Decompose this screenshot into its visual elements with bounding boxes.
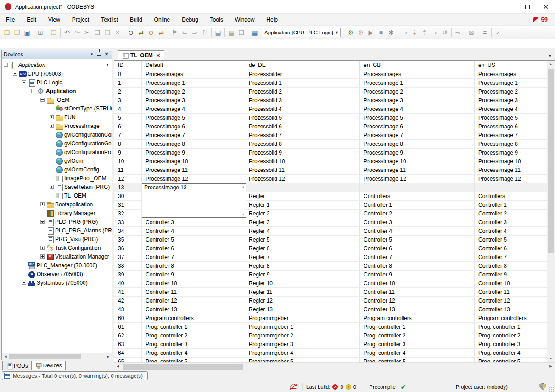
cell[interactable]: 41 <box>114 288 142 296</box>
toggle-breakpoint-button[interactable]: ✱ <box>386 28 396 38</box>
cell[interactable]: Regler 6 <box>245 244 360 253</box>
column-header-en_gb[interactable]: en_GB <box>360 61 475 70</box>
table-row[interactable]: 7Processimage 7Prozessbild 7Processimage… <box>114 131 547 140</box>
cell[interactable]: Controller 2 <box>475 210 547 218</box>
tree-item-task-configuration[interactable]: Task Configuration <box>2 243 112 252</box>
tree-item-gvlconfigurationprod[interactable]: gvlConfigurationProd <box>2 148 112 156</box>
cell[interactable]: Processimage 10 <box>475 157 547 166</box>
cell[interactable]: Prozessbild 1 <box>245 79 360 87</box>
cell[interactable]: Prozessbild 5 <box>245 114 360 122</box>
plus-expander-icon[interactable] <box>22 281 26 285</box>
cell[interactable]: Prog. controller 5 <box>475 358 547 362</box>
cell[interactable]: Controller 4 <box>475 227 547 235</box>
tree-item-gvloem[interactable]: gvlOem <box>2 156 112 165</box>
cell[interactable]: Controller 12 <box>360 297 475 305</box>
cell[interactable] <box>475 183 547 192</box>
cell[interactable]: 3 <box>114 96 142 105</box>
table-row[interactable]: 2Processimage 2Prozessbild 2Processimage… <box>114 88 547 96</box>
cell[interactable]: 31 <box>114 201 142 209</box>
table-row[interactable]: 43Controller 13Regler 13Controller 13Con… <box>114 305 547 314</box>
set-next-statement-button[interactable]: ⇨ <box>453 28 463 38</box>
cell[interactable]: Prozessbild 3 <box>245 96 360 105</box>
editor-horizontal-scrollbar[interactable]: ◀ ▶ <box>114 362 555 370</box>
minus-expander-icon[interactable] <box>4 63 8 67</box>
plus-expander-icon[interactable] <box>40 220 45 224</box>
cell[interactable]: Processimage 1 <box>142 79 245 87</box>
menu-textlist[interactable]: Textlist <box>95 15 124 25</box>
table-row[interactable]: 11Processimage 11Prozessbild 11Processim… <box>114 166 547 175</box>
replace-in-project-button[interactable]: ⇄ <box>156 28 166 38</box>
cell[interactable]: Regler 9 <box>245 271 360 279</box>
cell[interactable]: Controller 4 <box>360 227 475 235</box>
cell[interactable]: Processimage 11 <box>360 166 475 174</box>
table-row[interactable]: 64Prog. controller 4Programmgeber 4Prog.… <box>114 349 547 358</box>
cell[interactable]: Processimage 10 <box>142 157 245 166</box>
cell[interactable]: Processimages <box>360 70 475 78</box>
scroll-up-icon[interactable]: ▲ <box>547 61 555 68</box>
step-out-button[interactable]: ⇡ <box>420 28 430 38</box>
watch-list-button[interactable]: ≡ <box>480 28 490 38</box>
cell[interactable]: 65 <box>114 358 142 362</box>
table-row[interactable]: 10Processimage 10Prozessbild 10Processim… <box>114 157 547 166</box>
cell[interactable]: Prozessbilder <box>245 70 360 78</box>
cell[interactable]: 6 <box>114 122 142 131</box>
tree-item-fun[interactable]: FUN <box>2 113 112 121</box>
cell[interactable]: 34 <box>114 227 142 235</box>
root-node-dropdown[interactable]: ▼ <box>104 61 111 68</box>
edit-object-button[interactable]: ▤ <box>213 28 223 38</box>
cell[interactable]: Processimage 3 <box>475 96 547 105</box>
cell[interactable]: Prozessbild 8 <box>245 140 360 148</box>
scroll-right-icon[interactable]: ▶ <box>105 353 112 360</box>
plus-expander-icon[interactable] <box>50 115 54 119</box>
cell[interactable]: Regler 11 <box>245 288 360 296</box>
cell[interactable]: Regler 13 <box>245 305 360 314</box>
cell[interactable]: 63 <box>114 340 142 348</box>
cell[interactable]: Processimage 9 <box>360 149 475 157</box>
plus-expander-icon[interactable] <box>40 202 45 206</box>
cell[interactable]: Processimage 9 <box>475 149 547 157</box>
build-button[interactable]: ▦ <box>250 28 260 38</box>
cell[interactable]: Controller 10 <box>360 279 475 287</box>
cell[interactable]: 8 <box>114 140 142 148</box>
pending-changes-indicator[interactable]: 59 <box>533 16 555 23</box>
table-row[interactable]: 5Processimage 5Prozessbild 5Processimage… <box>114 114 547 122</box>
cell[interactable]: Processimage 7 <box>142 131 245 139</box>
next-bookmark-button[interactable]: ⇛ <box>190 28 200 38</box>
cell[interactable]: Controller 6 <box>142 244 245 253</box>
cell[interactable]: Controllers <box>475 192 547 200</box>
cell[interactable]: Processimage 2 <box>142 88 245 96</box>
cell[interactable]: Processimages <box>475 70 547 78</box>
cell[interactable]: Program controllers <box>142 314 245 322</box>
cell[interactable]: 1 <box>114 79 142 87</box>
clear-bookmarks-button[interactable]: ⚐ <box>200 28 210 38</box>
cell[interactable]: Processimage 12 <box>475 175 547 183</box>
cell[interactable]: Regler 12 <box>245 297 360 305</box>
minus-expander-icon[interactable] <box>40 98 45 102</box>
column-header-id[interactable]: ID <box>114 61 142 70</box>
cell[interactable]: Prog. controller 3 <box>475 340 547 348</box>
cell[interactable]: Processimage 12 <box>142 175 245 183</box>
cell[interactable]: Processimage 7 <box>360 131 475 139</box>
editor-scroll-up-icon[interactable]: ▲ <box>242 185 245 188</box>
tree-item-saveretain-prg[interactable]: SaveRetain (PRG) <box>2 182 112 191</box>
cell[interactable]: 37 <box>114 253 142 261</box>
new-file-button[interactable]: ❏ <box>2 28 12 38</box>
cell[interactable]: Prog. controller 1 <box>475 323 547 331</box>
table-row[interactable]: 40Controller 10Regler 10Controller 10Con… <box>114 279 547 288</box>
cell[interactable]: Regler 5 <box>245 236 360 244</box>
cell-editor[interactable]: Processimage 13 ▲ ▼ <box>142 183 246 218</box>
tree-item-gvloemconfig[interactable]: gvlOemConfig <box>2 165 112 174</box>
tree-item-oem[interactable]: -OEM <box>2 95 112 104</box>
find-button[interactable]: ⊙ <box>126 28 136 38</box>
table-row[interactable]: 1Processimage 1Prozessbild 1Processimage… <box>114 79 547 88</box>
view-tab-pous[interactable]: POUs <box>2 361 32 370</box>
cell[interactable]: Regler 10 <box>245 279 360 287</box>
print-button[interactable]: ⊞ <box>35 28 45 38</box>
cell[interactable]: Processimage 4 <box>475 105 547 113</box>
scroll-left-icon[interactable]: ◀ <box>114 363 122 370</box>
menu-window[interactable]: Window <box>229 15 261 25</box>
login-button[interactable]: ⚙ <box>346 28 356 38</box>
cell[interactable]: Regler 3 <box>245 218 360 226</box>
cell[interactable]: Controller 12 <box>475 297 547 305</box>
cell[interactable]: Processimage 6 <box>142 122 245 131</box>
